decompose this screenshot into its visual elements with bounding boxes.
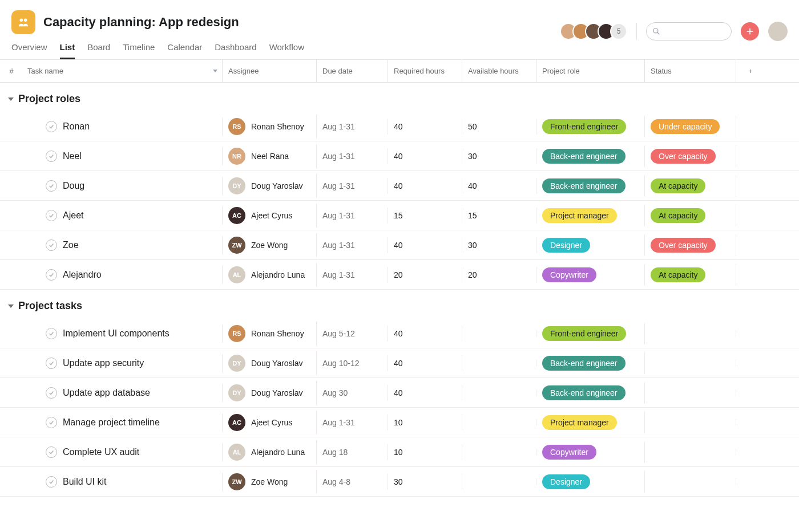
project-role-cell[interactable]: Project manager: [536, 205, 645, 226]
status-cell[interactable]: At capacity: [645, 175, 736, 197]
col-project-role[interactable]: Project role: [536, 60, 645, 82]
project-title[interactable]: Capacity planning: App redesign: [43, 15, 239, 30]
col-assignee[interactable]: Assignee: [223, 60, 317, 82]
tab-dashboard[interactable]: Dashboard: [215, 42, 256, 59]
due-date-cell[interactable]: Aug 1-31: [317, 237, 388, 253]
status-cell[interactable]: [645, 330, 736, 337]
project-role-cell[interactable]: Designer: [536, 234, 645, 256]
status-cell[interactable]: [645, 478, 736, 485]
status-cell[interactable]: [645, 419, 736, 426]
due-date-cell[interactable]: Aug 1-31: [317, 148, 388, 164]
assignee-cell[interactable]: ZWZoe Wong: [223, 233, 317, 257]
project-role-cell[interactable]: Back-end engineer: [536, 175, 645, 197]
available-hours-cell[interactable]: [462, 389, 536, 396]
status-cell[interactable]: At capacity: [645, 264, 736, 286]
complete-check-icon[interactable]: [46, 151, 57, 162]
due-date-cell[interactable]: Aug 18: [317, 444, 388, 460]
due-date-cell[interactable]: Aug 1-31: [317, 178, 388, 194]
complete-check-icon[interactable]: [46, 387, 57, 399]
tab-workflow[interactable]: Workflow: [269, 42, 304, 59]
complete-check-icon[interactable]: [46, 180, 57, 192]
complete-check-icon[interactable]: [46, 417, 57, 428]
available-hours-cell[interactable]: 30: [462, 148, 536, 164]
task-row[interactable]: Manage project timelineACAjeet CyrusAug …: [0, 408, 799, 437]
available-hours-cell[interactable]: 30: [462, 237, 536, 253]
tab-timeline[interactable]: Timeline: [123, 42, 155, 59]
complete-check-icon[interactable]: [46, 476, 57, 488]
chevron-down-icon[interactable]: [213, 70, 217, 72]
task-row[interactable]: AlejandroALAlejandro LunaAug 1-312020Cop…: [0, 260, 799, 290]
project-role-cell[interactable]: Front-end engineer: [536, 323, 645, 344]
task-row[interactable]: Update app securityDYDoug YaroslavAug 10…: [0, 348, 799, 378]
required-hours-cell[interactable]: 30: [388, 474, 462, 490]
available-hours-cell[interactable]: 20: [462, 267, 536, 283]
due-date-cell[interactable]: Aug 1-31: [317, 119, 388, 135]
assignee-cell[interactable]: DYDoug Yaroslav: [223, 351, 317, 375]
add-column-button[interactable]: +: [736, 60, 765, 82]
required-hours-cell[interactable]: 40: [388, 326, 462, 342]
required-hours-cell[interactable]: 10: [388, 444, 462, 460]
complete-check-icon[interactable]: [46, 121, 57, 132]
required-hours-cell[interactable]: 40: [388, 119, 462, 135]
assignee-cell[interactable]: RSRonan Shenoy: [223, 322, 317, 346]
task-row[interactable]: Update app databaseDYDoug YaroslavAug 30…: [0, 378, 799, 408]
assignee-cell[interactable]: ACAjeet Cyrus: [223, 204, 317, 228]
due-date-cell[interactable]: Aug 10-12: [317, 355, 388, 371]
due-date-cell[interactable]: Aug 1-31: [317, 208, 388, 224]
assignee-cell[interactable]: ALAlejandro Luna: [223, 440, 317, 464]
available-hours-cell[interactable]: [462, 478, 536, 485]
col-required-hours[interactable]: Required hours: [388, 60, 462, 82]
assignee-cell[interactable]: RSRonan Shenoy: [223, 115, 317, 139]
task-row[interactable]: NeelNRNeel RanaAug 1-314030Back-end engi…: [0, 141, 799, 171]
section-header[interactable]: Project roles: [0, 83, 799, 112]
status-cell[interactable]: Over capacity: [645, 234, 736, 256]
project-role-cell[interactable]: Back-end engineer: [536, 352, 645, 374]
tab-board[interactable]: Board: [87, 42, 110, 59]
complete-check-icon[interactable]: [46, 358, 57, 369]
col-available-hours[interactable]: Available hours: [462, 60, 536, 82]
complete-check-icon[interactable]: [46, 328, 57, 339]
collaborators-stack[interactable]: 5: [564, 23, 627, 40]
required-hours-cell[interactable]: 40: [388, 237, 462, 253]
project-role-cell[interactable]: Copywriter: [536, 441, 645, 463]
project-role-cell[interactable]: Copywriter: [536, 264, 645, 286]
col-status[interactable]: Status: [645, 60, 736, 82]
available-hours-cell[interactable]: [462, 449, 536, 456]
tab-calendar[interactable]: Calendar: [167, 42, 202, 59]
assignee-cell[interactable]: ALAlejandro Luna: [223, 263, 317, 287]
task-row[interactable]: DougDYDoug YaroslavAug 1-314040Back-end …: [0, 171, 799, 201]
due-date-cell[interactable]: Aug 4-8: [317, 474, 388, 490]
required-hours-cell[interactable]: 10: [388, 415, 462, 431]
col-task-name[interactable]: Task name: [23, 60, 223, 82]
required-hours-cell[interactable]: 15: [388, 208, 462, 224]
available-hours-cell[interactable]: [462, 330, 536, 337]
available-hours-cell[interactable]: [462, 419, 536, 426]
tab-overview[interactable]: Overview: [11, 42, 47, 59]
task-row[interactable]: ZoeZWZoe WongAug 1-314030DesignerOver ca…: [0, 230, 799, 260]
task-row[interactable]: Build UI kitZWZoe WongAug 4-830Designer: [0, 467, 799, 497]
available-hours-cell[interactable]: [462, 360, 536, 367]
task-row[interactable]: Implement UI componentsRSRonan ShenoyAug…: [0, 319, 799, 348]
status-cell[interactable]: Over capacity: [645, 145, 736, 167]
project-icon[interactable]: [11, 10, 35, 34]
required-hours-cell[interactable]: 40: [388, 148, 462, 164]
col-due-date[interactable]: Due date: [317, 60, 388, 82]
project-role-cell[interactable]: Back-end engineer: [536, 145, 645, 167]
due-date-cell[interactable]: Aug 30: [317, 385, 388, 401]
project-role-cell[interactable]: Front-end engineer: [536, 116, 645, 137]
search-input[interactable]: [646, 22, 732, 40]
required-hours-cell[interactable]: 20: [388, 267, 462, 283]
assignee-cell[interactable]: DYDoug Yaroslav: [223, 174, 317, 198]
complete-check-icon[interactable]: [46, 446, 57, 458]
project-role-cell[interactable]: Back-end engineer: [536, 382, 645, 404]
available-hours-cell[interactable]: 15: [462, 208, 536, 224]
available-hours-cell[interactable]: 40: [462, 178, 536, 194]
available-hours-cell[interactable]: 50: [462, 119, 536, 135]
assignee-cell[interactable]: ACAjeet Cyrus: [223, 411, 317, 434]
status-cell[interactable]: [645, 449, 736, 456]
task-row[interactable]: RonanRSRonan ShenoyAug 1-314050Front-end…: [0, 112, 799, 141]
due-date-cell[interactable]: Aug 1-31: [317, 267, 388, 283]
due-date-cell[interactable]: Aug 5-12: [317, 326, 388, 342]
required-hours-cell[interactable]: 40: [388, 178, 462, 194]
complete-check-icon[interactable]: [46, 210, 57, 221]
